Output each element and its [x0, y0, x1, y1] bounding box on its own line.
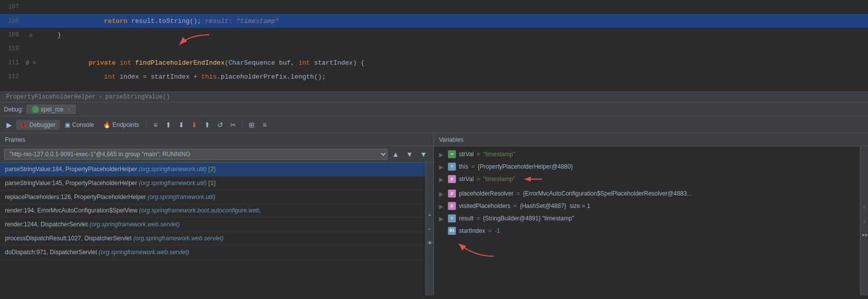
step-over-btn[interactable]: ⬇ — [188, 119, 200, 131]
frame-item-0[interactable]: parseStringValue:184, PropertyPlaceholde… — [0, 163, 426, 177]
frames-scroll-up[interactable]: + — [424, 209, 434, 221]
var-item-visited-placeholders[interactable]: ▶ p visitedPlaceholders = {HashSet@4887}… — [434, 200, 860, 212]
frame-item-6[interactable]: doDispatch:971, DispatcherServlet (org.s… — [0, 246, 426, 260]
frame-method-4: render:1244, DispatcherServlet — [5, 221, 88, 228]
frame-item-2[interactable]: replacePlaceholders:126, PropertyPlaceho… — [0, 191, 426, 204]
resume-button[interactable]: ▶ — [3, 119, 15, 131]
code-content-108: return result.toString(); result: "times… — [37, 10, 868, 32]
frame-class-5: (org.springframework.web.servlet) — [133, 235, 223, 242]
frame-item-4[interactable]: render:1244, DispatcherServlet (org.spri… — [0, 218, 426, 232]
frame-method-5: processDispatchResult:1027, DispatcherSe… — [5, 235, 132, 242]
code-line-108[interactable]: 108 return result.toString(); result: "t… — [0, 14, 868, 28]
step-up-btn[interactable]: ⬆ — [201, 119, 213, 131]
var-eq-3: = — [516, 189, 520, 198]
var-eq-5: = — [476, 214, 480, 223]
code-content-112: int index = startIndex + this.placeholde… — [37, 66, 868, 88]
frame-method-6: doDispatch:971, DispatcherServlet — [5, 249, 97, 256]
var-val-3: {ErrorMvcAutoConfiguration$SpelPlacehold… — [523, 189, 692, 198]
var-icon-0: ∞ — [448, 150, 456, 158]
var-name-0: strVal — [459, 150, 474, 159]
code-editor: 107 108 return result.toString(); result… — [0, 0, 868, 92]
frame-method-0: parseStringValue:184, PropertyPlaceholde… — [5, 166, 137, 173]
debug-tab-spel-rce[interactable]: spel_rce × — [26, 104, 76, 114]
var-eq-6: = — [488, 226, 492, 235]
evaluate-btn[interactable]: ✂ — [227, 119, 239, 131]
debug-tab-label: spel_rce — [41, 106, 63, 113]
code-line-112: 112 int index = startIndex + this.placeh… — [0, 70, 868, 84]
var-icon-3: p — [448, 190, 456, 198]
show-frames-btn[interactable]: ≡ — [149, 119, 161, 131]
frame-class-3: (org.springframework.boot.autoconfigure.… — [139, 207, 261, 214]
watches-btn[interactable]: ⊞ — [246, 119, 258, 131]
variables-panel: Variables ▶ ∞ strVal = "timestamp" ▶ — [434, 133, 868, 296]
var-val-4: {HashSet@4887} size = 1 — [520, 201, 590, 210]
var-toggle-3: ▶ — [439, 190, 445, 199]
var-scroll-up[interactable]: ↑ — [859, 201, 868, 213]
var-val-0: "timestamp" — [483, 150, 515, 159]
console-icon: ▣ — [65, 121, 70, 128]
var-item-this[interactable]: ▶ ≡ this = {PropertyPlaceholderHelper@48… — [434, 161, 860, 173]
var-icon-1: ≡ — [448, 163, 456, 171]
var-item-strval-p[interactable]: ▶ p strVal = "timestamp" — [434, 173, 860, 188]
tab-icon — [32, 106, 39, 113]
var-item-placeholder-resolver[interactable]: ▶ p placeholderResolver = {ErrorMvcAutoC… — [434, 188, 860, 200]
step-into-btn[interactable]: ⬇ — [175, 119, 187, 131]
debug-tab-close[interactable]: × — [67, 107, 70, 112]
debugger-label: Debugger — [29, 121, 56, 128]
ide-window: 107 108 return result.toString(); result… — [0, 0, 868, 296]
console-tab-btn[interactable]: ▣ Console — [61, 120, 98, 130]
line-number-108: 108 — [0, 17, 25, 24]
var-name-3: placeholderResolver — [459, 189, 513, 198]
frame-num-0: [2] — [208, 166, 216, 173]
gutter-111: @ ⊙ — [25, 60, 37, 66]
var-icon-5: ≡ — [448, 214, 456, 222]
thread-select[interactable]: "http-nio-127.0.0.1-9091-exec-1"@4,665 i… — [4, 149, 388, 160]
var-item-result[interactable]: ▶ ≡ result = {StringBuilder@4891} "times… — [434, 212, 860, 225]
debug-content: Frames "http-nio-127.0.0.1-9091-exec-1"@… — [0, 133, 868, 296]
var-eq-2: = — [477, 175, 480, 184]
arrow-startindex-area — [434, 237, 860, 263]
step-out-btn[interactable]: ⬆ — [162, 119, 174, 131]
breadcrumb-class: PropertyPlaceholderHelper — [6, 94, 96, 100]
gutter-109: ⊙ — [25, 32, 37, 38]
frame-item-3[interactable]: render:194, ErrorMvcAutoConfiguration$Sp… — [0, 204, 426, 218]
frames-scroll-minus[interactable]: − — [424, 223, 434, 235]
var-item-start-index[interactable]: 01 startIndex = -1 — [434, 225, 860, 237]
line-number-112: 112 — [0, 73, 25, 80]
var-toggle-5: ▶ — [439, 214, 445, 223]
frames-label: Frames — [5, 136, 25, 143]
variables-list-container: ▶ ∞ strVal = "timestamp" ▶ ≡ this = {Pro… — [434, 146, 868, 296]
var-eq-4: = — [513, 201, 517, 210]
var-name-4: visitedPlaceholders — [459, 201, 510, 210]
breadcrumb: PropertyPlaceholderHelper › parseStringV… — [0, 92, 868, 102]
frame-num-1: [1] — [208, 180, 216, 187]
frames-toolbar: "http-nio-127.0.0.1-9091-exec-1"@4,665 i… — [0, 146, 434, 163]
memory-btn[interactable]: ≡ — [259, 119, 271, 131]
frame-up-btn[interactable]: ▲ — [390, 148, 402, 160]
debugger-icon: 🐞 — [20, 121, 27, 128]
line-number-109: 109 — [0, 31, 25, 38]
var-val-2: "timestamp" — [483, 175, 515, 184]
frame-method-2: replacePlaceholders:126, PropertyPlaceho… — [5, 194, 146, 200]
frame-class-6: (org.springframework.web.servlet) — [99, 249, 189, 256]
var-glasses[interactable]: 👓 — [859, 229, 868, 241]
frame-filter-btn[interactable]: ▼ — [418, 148, 430, 160]
var-val-6: -1 — [495, 226, 500, 235]
frame-down-btn[interactable]: ▼ — [404, 148, 416, 160]
endpoints-tab-btn[interactable]: 🔥 Endpoints — [99, 120, 143, 130]
frame-item-5[interactable]: processDispatchResult:1027, DispatcherSe… — [0, 232, 426, 246]
frames-panel: Frames "http-nio-127.0.0.1-9091-exec-1"@… — [0, 133, 434, 296]
frames-scroll-eye[interactable]: 👁 — [424, 237, 434, 249]
toolbar-separator-2 — [242, 120, 243, 130]
debugger-tab-btn[interactable]: 🐞 Debugger — [16, 120, 60, 130]
var-name-2: strVal — [459, 175, 474, 184]
console-label: Console — [72, 121, 94, 128]
frame-class-0: (org.springframework.util) — [139, 166, 207, 173]
var-icon-2: p — [448, 175, 456, 183]
var-item-strval-oo[interactable]: ▶ ∞ strVal = "timestamp" — [434, 148, 860, 161]
reset-btn[interactable]: ↺ — [214, 119, 226, 131]
frame-item-1[interactable]: parseStringValue:145, PropertyPlaceholde… — [0, 177, 426, 191]
var-toggle-0: ▶ — [439, 150, 445, 159]
var-scroll-down[interactable]: ↓ — [859, 215, 868, 227]
frame-class-1: (org.springframework.util) — [139, 180, 207, 187]
